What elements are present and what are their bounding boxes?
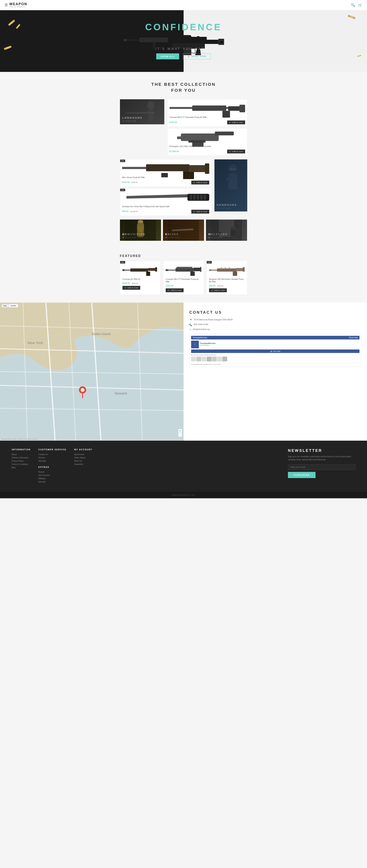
ammunition-banner[interactable]: AMMUNITION 🛒 SHOP NOW <box>120 220 161 241</box>
footer-link-contact[interactable]: Contact Us <box>38 453 66 456</box>
longguns-banner[interactable]: LONGGUNS 🛒 SHOP NOW <box>120 99 164 124</box>
featured-rifle-3-svg <box>209 264 245 276</box>
collection-title: THE BEST COLLECTION FOR YOU <box>0 72 367 99</box>
map-controls: + − <box>178 429 182 437</box>
footer-link-wish-list[interactable]: Wish List <box>74 460 92 462</box>
footer-links: INFORMATION About Delivery Information P… <box>11 448 280 484</box>
facebook-widget[interactable]: TemplateMonster Show Now f TemplateMonst… <box>189 334 361 367</box>
fb-widget-header: TemplateMonster Show Now <box>191 336 360 339</box>
footer-link-gift[interactable]: Gift Vouchers <box>38 474 66 476</box>
contact-area: CONTACT US 📍 4578 Marmora Road,Glasgow D… <box>184 303 367 441</box>
footer-extras-title: EXTRAS <box>38 466 66 468</box>
svg-text:Staten Island: Staten Island <box>92 332 111 336</box>
featured-image-1 <box>122 263 158 277</box>
header: ☰ WEAPON Gear & Weapons 🔍 🛒 <box>0 0 367 10</box>
newsletter-email-input[interactable] <box>288 464 356 470</box>
svg-rect-95 <box>190 272 195 276</box>
featured-name-2: Crosman M4-177 Pneumatic Pump Air Rifle <box>166 278 201 283</box>
footer: INFORMATION About Delivery Information P… <box>0 441 367 498</box>
footer-link-sitemap[interactable]: Site Map <box>38 460 66 462</box>
featured-add-to-cart-2[interactable]: 🛒 Add to Cart <box>166 288 184 292</box>
search-icon[interactable]: 🔍 <box>351 3 355 7</box>
cart-icon-btn: 🛒 <box>229 121 232 123</box>
menu-icon[interactable]: ☰ <box>5 3 8 7</box>
add-to-cart-button-2[interactable]: 🛒 Add to Cart <box>227 150 245 153</box>
featured-rifle-1-svg <box>122 264 158 276</box>
knife-svg <box>122 186 209 208</box>
footer-link-specials[interactable]: Specials <box>38 481 66 483</box>
svg-rect-53 <box>205 163 209 174</box>
add-to-cart-button-4[interactable]: 🛒 Add to Cart <box>191 210 209 214</box>
contact-phone: 📞 800-2345-6789 <box>189 323 361 326</box>
svg-rect-105 <box>209 269 211 271</box>
svg-rect-78 <box>193 228 199 231</box>
svg-rect-63 <box>229 171 237 173</box>
footer-link-my-account[interactable]: My Account <box>74 453 92 456</box>
svg-rect-94 <box>176 268 193 271</box>
featured-old-price-1: $200.00 <box>132 282 138 284</box>
sale-badge-4: Sale <box>120 189 125 191</box>
newsletter-title: NEWSLETTER <box>288 448 356 453</box>
map-contact-section: Map Satellite New York Staten Island New… <box>0 303 367 441</box>
svg-rect-107 <box>225 267 226 269</box>
knives-banner[interactable]: KNIVES 🛒 SHOP NOW <box>163 220 204 241</box>
footer-link-blog[interactable]: Blog <box>11 466 31 469</box>
footer-information-title: INFORMATION <box>11 448 31 451</box>
add-to-cart-button-3[interactable]: 🛒 Add to Cart <box>191 181 209 184</box>
svg-rect-108 <box>229 267 230 269</box>
footer-link-newsletter[interactable]: Newsletter <box>74 463 92 465</box>
svg-rect-40 <box>192 105 226 111</box>
footer-link-returns[interactable]: Returns <box>38 457 66 459</box>
svg-rect-60 <box>204 195 206 200</box>
svg-point-124 <box>81 388 85 392</box>
sale-badge-3: Sale <box>120 160 125 162</box>
cart-icon-feat-2: 🛒 <box>167 289 170 291</box>
product-card-nitro: Sale Nitro Venom Dusk Air Rifle $150.00 <box>120 159 211 187</box>
header-actions: 🔍 🛒 <box>351 3 362 7</box>
newsletter-description: Sign up to our newsletter subscription a… <box>288 455 356 461</box>
footer-link-terms[interactable]: Terms & Conditions <box>11 463 31 465</box>
zoom-out-button[interactable]: − <box>178 433 182 437</box>
product-price-2: $1,000.00 <box>170 150 179 153</box>
footer-link-order-history[interactable]: Order History <box>74 457 92 459</box>
svg-rect-90 <box>148 268 156 271</box>
featured-add-to-cart-3[interactable]: 🛒 Add to Cart <box>209 288 227 292</box>
svg-rect-66 <box>230 168 236 170</box>
pistol-svg <box>170 128 245 147</box>
svg-rect-32 <box>120 99 164 124</box>
holsters-banner[interactable]: HOLSTERS 🛒 SHOP NOW <box>206 220 247 241</box>
fb-tagline: Be the first of your friends to like thi… <box>191 354 360 356</box>
handguns-banner[interactable]: HANDGUNS 🛒 SHOP NOW <box>214 159 247 212</box>
svg-rect-82 <box>231 230 236 236</box>
logo[interactable]: ☰ WEAPON Gear & Weapons <box>5 2 27 8</box>
featured-sale-badge-3: Sale <box>207 261 212 264</box>
map-area[interactable]: Map Satellite New York Staten Island New… <box>0 303 184 441</box>
site-name: WEAPON <box>9 2 27 6</box>
svg-rect-64 <box>228 174 237 189</box>
svg-text:Newark: Newark <box>115 391 127 395</box>
hero-right <box>184 10 367 72</box>
featured-add-to-cart-1[interactable]: 🛒 Add to Cart <box>122 286 141 290</box>
svg-rect-42 <box>228 106 241 111</box>
zoom-in-button[interactable]: + <box>178 429 182 433</box>
featured-price-2: $100.00 <box>166 284 173 287</box>
footer-link-affiliates[interactable]: Affiliates <box>38 477 66 479</box>
svg-rect-57 <box>193 195 196 200</box>
svg-point-71 <box>137 235 144 238</box>
fb-page-icon: f <box>191 341 199 348</box>
footer-link-delivery[interactable]: Delivery Information <box>11 457 31 459</box>
fb-like-button[interactable]: 👍 Like Page <box>191 349 360 353</box>
add-to-cart-button-1[interactable]: 🛒 Add to Cart <box>227 121 245 124</box>
subscribe-button[interactable]: SUBSCRIBE <box>288 472 315 478</box>
svg-rect-58 <box>196 195 199 200</box>
footer-link-privacy[interactable]: Privacy Policy <box>11 460 31 462</box>
map-tab[interactable]: Map <box>2 304 8 307</box>
footer-link-about[interactable]: About <box>11 453 31 456</box>
svg-rect-101 <box>217 268 237 271</box>
featured-sale-badge-1: Sale <box>120 261 125 264</box>
footer-link-brands[interactable]: Brands <box>38 471 66 473</box>
collection-top-row: LONGGUNS 🛒 SHOP NOW <box>120 99 247 156</box>
svg-rect-92 <box>122 269 124 271</box>
cart-icon[interactable]: 🛒 <box>358 3 362 7</box>
satellite-tab[interactable]: Satellite <box>8 304 18 307</box>
